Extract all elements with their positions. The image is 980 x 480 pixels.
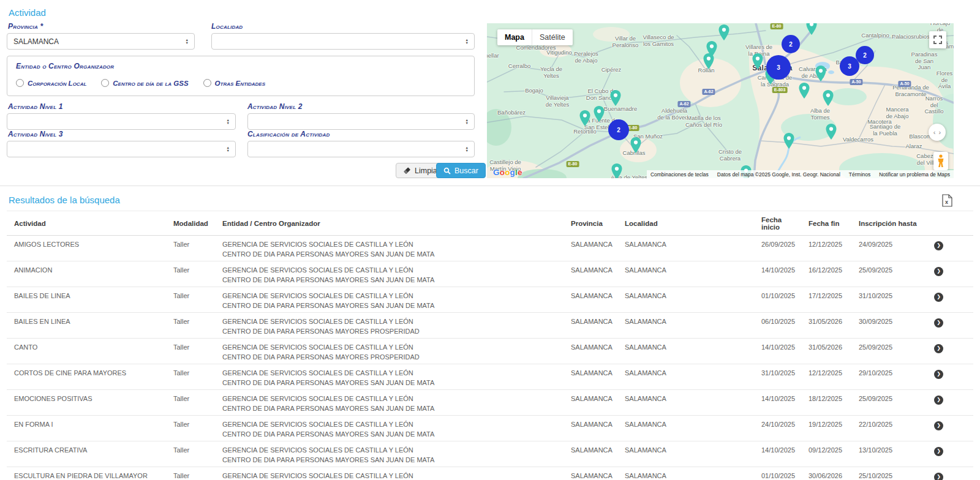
map-cluster-marker[interactable]: 3 (766, 55, 791, 80)
map-pin-marker[interactable] (703, 53, 714, 69)
organizer-entity: GERENCIA DE SERVICIOS SOCIALES DE CASTIL… (222, 446, 556, 454)
locality-cell: SALAMANCA (617, 364, 754, 390)
map-cluster-marker[interactable]: 2 (782, 35, 800, 53)
map-pin-marker[interactable] (630, 137, 641, 153)
terms-link[interactable]: Términos (849, 171, 870, 178)
provincia-select[interactable]: SALAMANCA (7, 33, 195, 50)
organizer-cell: GERENCIA DE SERVICIOS SOCIALES DE CASTIL… (215, 236, 564, 261)
results-map[interactable]: ComendadoresVitigudinoPeralejos de Abajo… (487, 23, 954, 178)
organizer-cell: GERENCIA DE SERVICIOS SOCIALES DE CASTIL… (215, 390, 564, 416)
page-title: Actividad (9, 7, 46, 18)
pin-icon (815, 66, 826, 81)
radio-circle-icon[interactable] (203, 79, 211, 87)
start-date-cell: 24/10/2025 (754, 416, 801, 441)
results-table: ActividadModalidadEntidad / Centro Organ… (7, 211, 973, 480)
actions-cell: ❯ (927, 339, 973, 364)
organizer-center: CENTRO DE DIA PARA PERSONAS MAYORES SAN … (222, 430, 556, 438)
map-pin-marker[interactable] (826, 124, 837, 140)
actions-cell: ❯ (927, 416, 973, 441)
radio-centro-dia-gss[interactable]: Centro de día de la GSS (101, 79, 188, 87)
row-detail-button[interactable]: ❯ (934, 421, 943, 430)
row-detail-button[interactable]: ❯ (934, 241, 943, 250)
map-pin-marker[interactable] (806, 23, 817, 35)
select-caret-icon (466, 119, 469, 125)
start-date-cell: 01/10/2025 (754, 467, 801, 480)
map-button[interactable]: Mapa (497, 29, 532, 45)
pin-icon (703, 53, 714, 69)
radio-corporacion-local[interactable]: Corporación Local (16, 79, 86, 87)
localidad-select[interactable] (211, 33, 475, 50)
row-detail-button[interactable]: ❯ (934, 473, 943, 480)
row-detail-button[interactable]: ❯ (934, 267, 943, 276)
start-date-cell: 31/10/2025 (754, 364, 801, 390)
map-pin-marker[interactable] (610, 90, 621, 106)
pegman-control[interactable] (933, 152, 948, 170)
satellite-button[interactable]: Satélite (532, 29, 573, 45)
map-town-label: Yecla de Yeltes (540, 66, 562, 79)
clasificacion-select[interactable] (247, 141, 475, 157)
report-problem-link[interactable]: Notificar un problema de Maps (879, 171, 950, 178)
select-caret-icon (186, 39, 189, 45)
map-pin-marker[interactable] (752, 53, 763, 69)
actions-cell: ❯ (927, 467, 973, 480)
pin-icon (610, 90, 621, 106)
map-town-label: Alba de Tormes (810, 108, 830, 121)
map-town-label: Cristo de Cabrera (718, 149, 742, 162)
row-detail-button[interactable]: ❯ (934, 293, 943, 302)
map-town-label: Cerralbo (508, 63, 530, 70)
province-cell: SALAMANCA (564, 416, 617, 441)
map-pin-marker[interactable] (799, 83, 810, 99)
locality-cell: SALAMANCA (617, 390, 754, 416)
row-detail-button[interactable]: ❯ (934, 447, 943, 456)
google-logo[interactable]: Google (493, 168, 522, 177)
organizer-entity: GERENCIA DE SERVICIOS SOCIALES DE CASTIL… (222, 395, 556, 403)
column-header: Inscripción hasta (851, 211, 927, 236)
map-pin-marker[interactable] (823, 90, 834, 106)
row-detail-button[interactable]: ❯ (934, 318, 943, 328)
modality-cell: Taller (166, 364, 215, 390)
map-pin-marker[interactable] (611, 163, 622, 178)
map-pin-marker[interactable] (718, 24, 729, 40)
export-excel-button[interactable]: x (942, 194, 952, 209)
nivel2-select[interactable] (247, 113, 475, 130)
map-data-link[interactable]: Datos del mapa ©2025 Google, Inst. Geogr… (717, 171, 840, 178)
row-detail-button[interactable]: ❯ (934, 396, 943, 405)
radio-circle-icon[interactable] (101, 79, 109, 87)
fullscreen-button[interactable] (929, 31, 946, 48)
nivel1-select[interactable] (7, 113, 236, 130)
locality-cell: SALAMANCA (617, 287, 754, 313)
pin-icon (783, 133, 794, 149)
organizer-entity: GERENCIA DE SERVICIOS SOCIALES DE CASTIL… (222, 343, 556, 351)
enrollment-deadline-cell: 31/10/2025 (851, 287, 927, 313)
modality-cell: Taller (166, 441, 215, 467)
enrollment-deadline-cell: 25/10/2025 (851, 467, 927, 480)
column-header: Entidad / Centro Organizador (215, 211, 564, 236)
map-cluster-marker[interactable]: 2 (608, 119, 629, 140)
column-header-actions (927, 211, 973, 236)
map-town-label: nellar (487, 53, 499, 59)
row-detail-button[interactable]: ❯ (934, 344, 943, 353)
map-canvas: ComendadoresVitigudinoPeralejos de Abajo… (487, 23, 954, 178)
map-pin-marker[interactable] (579, 110, 590, 126)
locality-cell: SALAMANCA (617, 467, 754, 480)
map-town-label: Bogajo (525, 88, 543, 94)
map-pin-marker[interactable] (783, 133, 794, 149)
nivel3-select[interactable] (7, 141, 236, 157)
activity-cell: BAILES EN LINEA (7, 313, 166, 339)
buscar-button[interactable]: Buscar (436, 163, 486, 178)
locality-cell: SALAMANCA (617, 313, 754, 339)
keyboard-shortcuts-link[interactable]: Combinaciones de teclas (650, 171, 709, 178)
map-town-label: Bañobárez (497, 110, 526, 116)
rotate-control[interactable]: ‹ › (929, 124, 946, 141)
google-logo-letter: o (500, 168, 505, 177)
row-detail-button[interactable]: ❯ (934, 370, 943, 379)
entidad-radio-group: Corporación Local Centro de día de la GS… (16, 79, 265, 87)
map-town-label: Santiago de la Puebla (870, 124, 901, 137)
chevron-left-icon: ‹ (933, 129, 936, 136)
map-pin-marker[interactable] (815, 66, 826, 81)
map-pin-marker[interactable] (594, 106, 605, 122)
actions-cell: ❯ (927, 390, 973, 416)
radio-circle-icon[interactable] (16, 79, 24, 87)
radio-otras-entidades[interactable]: Otras Entidades (203, 79, 265, 87)
map-cluster-marker[interactable]: 3 (840, 56, 859, 76)
